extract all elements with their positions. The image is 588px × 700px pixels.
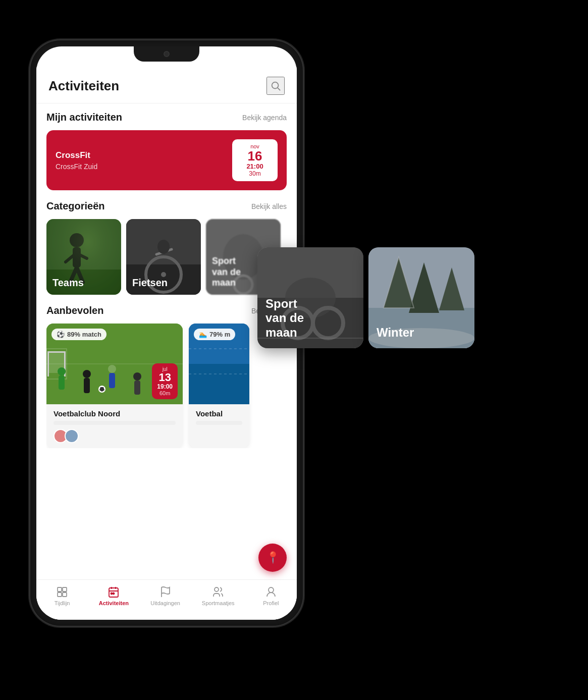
- rec-bar-2: [196, 421, 242, 425]
- rec-info-2: Voetbal: [189, 404, 249, 434]
- category-teams[interactable]: Teams: [46, 219, 121, 295]
- rec-avatars-1: [54, 429, 176, 443]
- page-title: Activiteiten: [48, 78, 119, 94]
- svg-rect-22: [47, 351, 49, 376]
- rec-duration-1: 60m: [157, 390, 173, 396]
- nav-tijdlijn[interactable]: Tijdlijn: [47, 586, 77, 606]
- svg-line-1: [278, 88, 280, 90]
- rec-name-1: Voetbalclub Noord: [54, 409, 176, 418]
- bekijk-agenda-link[interactable]: Bekijk agenda: [242, 114, 287, 122]
- svg-rect-42: [63, 593, 67, 597]
- aanbevolen-title: Aanbevolen: [46, 305, 103, 316]
- nav-activiteiten-label: Activiteiten: [99, 600, 129, 606]
- svg-rect-41: [58, 593, 62, 597]
- search-icon: [270, 80, 281, 91]
- svg-rect-33: [59, 375, 65, 390]
- nav-profiel-label: Profiel: [263, 600, 279, 606]
- popup-sport-label: Sportvan demaan: [265, 297, 355, 340]
- svg-point-28: [108, 365, 116, 373]
- popup-winter-label: Winter: [377, 326, 466, 340]
- activiteiten-icon: [108, 586, 120, 598]
- match-pct-2: 79% m: [209, 331, 230, 338]
- activity-datetime: nov 16 21:00 30m: [232, 139, 278, 181]
- app-header: Activiteiten: [36, 67, 297, 103]
- svg-rect-23: [49, 351, 64, 353]
- sportmaatjes-icon: [212, 586, 224, 598]
- avatar-2: [65, 429, 79, 443]
- svg-point-0: [272, 82, 279, 89]
- rec-time-1: 19:00: [157, 383, 173, 390]
- mijn-activiteiten-header: Mijn activiteiten Bekijk agenda: [46, 112, 287, 123]
- nav-activiteiten[interactable]: Activiteiten: [98, 586, 129, 606]
- nav-sportmaatjes[interactable]: Sportmaatjes: [202, 586, 235, 606]
- category-teams-label: Teams: [52, 277, 115, 289]
- svg-point-30: [133, 372, 141, 381]
- svg-rect-31: [134, 381, 140, 395]
- activity-day: 16: [239, 149, 271, 163]
- rec-card-image-swim: 🏊 79% m: [189, 324, 249, 404]
- tijdlijn-icon: [56, 586, 68, 598]
- mijn-activiteiten-section: Mijn activiteiten Bekijk agenda CrossFit…: [36, 112, 297, 190]
- rec-card-image-soccer: ⚽ 89% match jul 13 19:00 60m: [46, 324, 183, 404]
- svg-rect-29: [109, 373, 115, 388]
- fab-location[interactable]: 📍: [258, 544, 287, 572]
- recommended-row: ⚽ 89% match jul 13 19:00 60m: [46, 324, 287, 448]
- profiel-icon: [265, 586, 277, 598]
- rec-info-1: Voetbalclub Noord: [46, 404, 183, 448]
- svg-point-26: [83, 370, 91, 378]
- svg-rect-39: [58, 587, 62, 591]
- camera: [164, 51, 170, 57]
- rec-card-voetbalclub-noord[interactable]: ⚽ 89% match jul 13 19:00 60m: [46, 324, 183, 448]
- activity-duration: 30m: [239, 170, 271, 177]
- rec-datetime-1: jul 13 19:00 60m: [152, 363, 178, 399]
- match-pct-1: 89% match: [67, 331, 101, 338]
- svg-rect-27: [84, 378, 90, 393]
- popup-winter[interactable]: Winter: [368, 247, 474, 348]
- categories-row: Teams: [46, 219, 287, 295]
- aanbevolen-header: Aanbevolen Bekijk alles: [46, 305, 287, 316]
- match-icon-2: 🏊: [199, 331, 207, 338]
- categorieen-title: Categorieën: [46, 200, 105, 212]
- svg-point-48: [113, 593, 115, 595]
- nav-tijdlijn-label: Tijdlijn: [55, 600, 70, 606]
- bottom-nav: Tijdlijn Activiteiten: [36, 579, 297, 620]
- match-badge-1: ⚽ 89% match: [51, 329, 106, 340]
- activity-location: CrossFit Zuid: [56, 163, 97, 171]
- nav-profiel[interactable]: Profiel: [256, 586, 286, 606]
- svg-point-50: [215, 587, 219, 591]
- category-fietsen[interactable]: Fietsen: [126, 219, 201, 295]
- svg-rect-40: [63, 587, 67, 591]
- categorieen-header: Categorieën Bekijk alles: [46, 200, 287, 212]
- svg-point-47: [111, 593, 113, 595]
- svg-point-51: [269, 587, 274, 593]
- header-divider: [36, 103, 297, 103]
- rec-card-voetbal-2[interactable]: 🏊 79% m Voetbal: [189, 324, 249, 448]
- activity-card-crossfit[interactable]: CrossFit CrossFit Zuid nov 16 21:00 30m: [46, 130, 287, 190]
- nav-uitdagingen[interactable]: Uitdagingen: [150, 586, 181, 606]
- phone-notch: [134, 46, 199, 62]
- bekijk-alles-cat-link[interactable]: Bekijk alles: [251, 202, 287, 210]
- match-icon-1: ⚽: [57, 331, 65, 338]
- uitdagingen-icon: [159, 586, 172, 598]
- activity-info: CrossFit CrossFit Zuid: [56, 150, 97, 171]
- match-badge-2: 🏊 79% m: [194, 329, 235, 340]
- rec-name-2: Voetbal: [196, 409, 242, 418]
- search-button[interactable]: [266, 77, 285, 95]
- location-icon: 📍: [266, 551, 280, 564]
- rec-day-1: 13: [157, 372, 173, 383]
- main-scroll[interactable]: Mijn activiteiten Bekijk agenda CrossFit…: [36, 112, 297, 620]
- category-fietsen-label: Fietsen: [132, 277, 195, 289]
- nav-sportmaatjes-label: Sportmaatjes: [202, 600, 235, 606]
- svg-rect-36: [189, 364, 249, 404]
- svg-point-32: [58, 367, 66, 375]
- popup-sport-van-de-maan[interactable]: Sportvan demaan: [257, 247, 363, 348]
- rec-bar-1: [54, 421, 176, 425]
- mijn-activiteiten-title: Mijn activiteiten: [46, 112, 122, 123]
- activity-time: 21:00: [239, 163, 271, 170]
- activity-name: CrossFit: [56, 150, 97, 160]
- nav-uitdagingen-label: Uitdagingen: [150, 600, 180, 606]
